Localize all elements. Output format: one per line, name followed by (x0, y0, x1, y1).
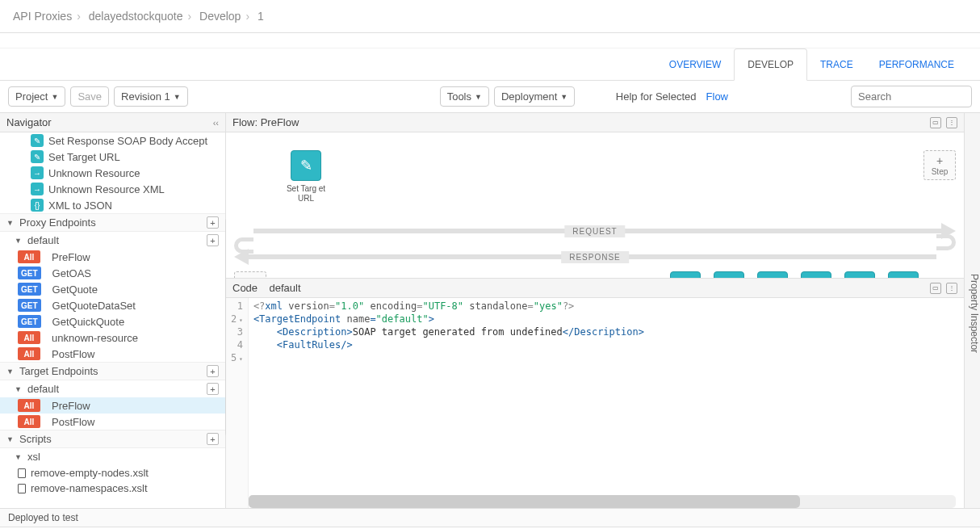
breadcrumb-item[interactable]: delayedstockquote (89, 10, 183, 23)
response-step[interactable]: ↗Get Res… onse S ... (749, 271, 796, 278)
chevron-down-icon: ▼ (15, 237, 23, 245)
proxy-flow-item[interactable]: GETGetQuoteDataSet (0, 297, 225, 313)
add-script-button[interactable]: + (207, 433, 219, 445)
proxy-flow-item[interactable]: AllPreFlow (0, 249, 225, 265)
response-step[interactable]: ✎Set Resp onse S ... (706, 271, 752, 278)
flow-title: Flow: PreFlow (232, 116, 299, 128)
code-editor[interactable]: 12 ▾345 ▾ <?xml version="1.0" encoding="… (226, 298, 964, 508)
add-proxy-flow-button[interactable]: + (207, 234, 219, 246)
tab-develop[interactable]: DEVELOP (734, 48, 807, 81)
code-horizontal-scrollbar[interactable] (249, 495, 956, 508)
response-step[interactable]: ↗Get Res… onse S ... (793, 271, 840, 278)
code-line[interactable]: <TargetEndpoint name="default"> (253, 313, 959, 325)
code-more-icon[interactable]: ⋮ (946, 283, 957, 294)
chevron-down-icon: ▼ (475, 93, 482, 101)
scripts-section[interactable]: ▼Scripts+ (0, 430, 225, 448)
chevron-down-icon: ▼ (51, 93, 58, 101)
breadcrumb-item[interactable]: API Proxies (13, 10, 72, 23)
chevron-down-icon: ▼ (15, 453, 23, 461)
chevron-down-icon: ▼ (6, 219, 15, 227)
code-line[interactable] (253, 351, 959, 364)
proxy-default-item[interactable]: ▼default+ (0, 232, 225, 249)
add-response-step-button[interactable]: + Step (234, 271, 266, 278)
policy-tile-icon: ☁ (888, 271, 919, 278)
project-button[interactable]: Project▼ (8, 86, 65, 107)
property-inspector-panel[interactable]: Property Inspector (964, 113, 980, 508)
response-step[interactable]: ✎Set Resp onse S ... (662, 271, 709, 278)
http-verb-badge: All (18, 250, 40, 263)
proxy-flow-item[interactable]: GETGetQuickQuote (0, 313, 225, 330)
policy-item[interactable]: ✎Set Target URL (0, 149, 225, 165)
code-line[interactable]: <FaultRules/> (253, 338, 959, 351)
flow-label: PostFlow (52, 416, 94, 428)
response-label: RESPONSE (561, 251, 629, 263)
proxy-flow-item[interactable]: GETGetOAS (0, 265, 225, 281)
policy-item[interactable]: {}XML to JSON (0, 197, 225, 213)
line-number: 3 (231, 325, 243, 338)
tools-button[interactable]: Tools▼ (440, 86, 489, 107)
revision-button[interactable]: Revision 1▼ (114, 86, 188, 107)
policy-tile-icon: ✎ (670, 271, 701, 278)
add-target-endpoint-button[interactable]: + (207, 365, 219, 377)
http-verb-badge: All (18, 347, 40, 360)
policy-tile-icon: ✎ (291, 150, 321, 181)
proxy-flow-item[interactable]: AllPostFlow (0, 346, 225, 362)
add-proxy-endpoint-button[interactable]: + (207, 216, 219, 229)
code-subtitle: default (270, 282, 301, 294)
policy-item[interactable]: →Unknown Resource XML (0, 181, 225, 197)
breadcrumb-item[interactable]: Develop (199, 10, 241, 23)
http-verb-badge: All (18, 331, 40, 344)
add-target-flow-button[interactable]: + (207, 383, 219, 395)
status-bar: Deployed to test (0, 509, 980, 527)
script-file-item[interactable]: remove-namespaces.xslt (0, 481, 225, 496)
flow-label: GetQuoteDataSet (52, 300, 136, 312)
proxy-endpoints-section[interactable]: ▼Proxy Endpoints+ (0, 213, 225, 232)
http-verb-badge: GET (18, 267, 41, 279)
file-icon (18, 484, 26, 493)
line-number: 2 ▾ (231, 313, 243, 325)
policy-tile-icon: ✎ (714, 271, 744, 278)
line-number: 1 (231, 300, 243, 313)
proxy-flow-item[interactable]: Allunknown-resource (0, 330, 225, 346)
code-view-toggle-icon[interactable]: ▭ (930, 283, 941, 294)
save-button: Save (70, 86, 109, 107)
http-verb-badge: GET (18, 299, 41, 312)
tab-performance[interactable]: PERFORMANCE (866, 48, 967, 80)
xsl-folder-item[interactable]: ▼xsl (0, 448, 225, 465)
tab-trace[interactable]: TRACE (807, 48, 866, 80)
search-input[interactable] (851, 86, 972, 107)
policy-item[interactable]: ✎Set Response SOAP Body Accept (0, 132, 225, 149)
policy-tile-icon: ↗ (801, 271, 831, 278)
code-line[interactable]: <?xml version="1.0" encoding="UTF-8" sta… (253, 300, 959, 313)
navigator-panel: Navigator ‹‹ ✎Set Response SOAP Body Acc… (0, 113, 226, 508)
policy-icon: → (31, 183, 44, 195)
help-link[interactable]: Flow (706, 90, 728, 103)
target-flow-item[interactable]: AllPreFlow (0, 397, 225, 414)
flow-view-toggle-icon[interactable]: ▭ (930, 117, 941, 128)
target-default-item[interactable]: ▼default+ (0, 380, 225, 397)
flow-label: unknown-resource (52, 332, 138, 344)
policy-tile-icon: ↗ (757, 271, 788, 278)
request-step[interactable]: ✎Set Targ et URL (283, 150, 329, 204)
flow-more-icon[interactable]: ⋮ (946, 117, 957, 128)
fold-icon[interactable]: ▾ (235, 355, 243, 363)
deployment-button[interactable]: Deployment▼ (494, 86, 575, 107)
policy-icon: ✎ (31, 134, 44, 147)
policy-icon: ✎ (31, 150, 44, 163)
breadcrumb: API Proxies› delayedstockquote› Develop›… (0, 0, 980, 33)
fold-icon[interactable]: ▾ (235, 317, 243, 324)
tab-overview[interactable]: OVERVIEW (656, 48, 734, 80)
target-flow-item[interactable]: AllPostFlow (0, 414, 225, 430)
script-file-item[interactable]: remove-empty-nodes.xslt (0, 465, 225, 481)
response-step[interactable]: ☁Remove Names... (880, 271, 927, 278)
add-request-step-button[interactable]: + Step (923, 150, 956, 180)
policy-item[interactable]: →Unknown Resource (0, 165, 225, 181)
file-icon (18, 468, 26, 478)
policy-tile-icon: {↓} (844, 271, 875, 278)
response-step[interactable]: {↓}XML to J SON (836, 271, 883, 278)
collapse-navigator-icon[interactable]: ‹‹ (213, 118, 219, 128)
code-line[interactable]: <Description>SOAP target generated from … (253, 325, 959, 338)
proxy-flow-item[interactable]: GETGetQuote (0, 281, 225, 297)
target-endpoints-section[interactable]: ▼Target Endpoints+ (0, 362, 225, 380)
tab-bar: OVERVIEW DEVELOP TRACE PERFORMANCE (0, 48, 980, 81)
